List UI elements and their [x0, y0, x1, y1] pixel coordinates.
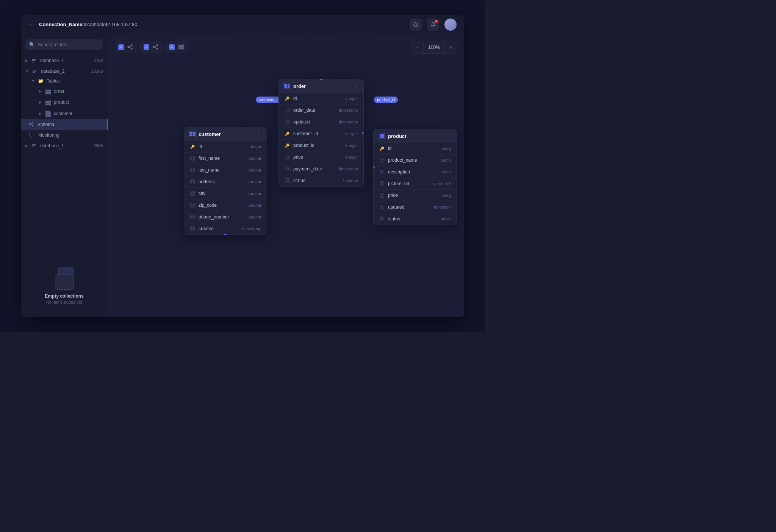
product-card-header: product	[374, 129, 456, 143]
svg-point-16	[156, 48, 158, 49]
customer-table-icon	[45, 110, 51, 117]
db1-second-icon	[31, 143, 37, 149]
sidebar-item-schema[interactable]: Schema	[21, 119, 108, 130]
sidebar-item-database1-second[interactable]: ▶ database_1 98kB	[21, 140, 108, 151]
customer-field-lastname: last_name varchar	[184, 164, 267, 176]
field-icon-status	[284, 178, 290, 184]
toolbar-checkbox-1[interactable]: ✓	[118, 44, 124, 50]
chevron-right-icon: ▶	[25, 59, 28, 62]
monitoring-icon	[29, 133, 34, 138]
field-icon-upd	[284, 119, 290, 125]
empty-subtitle: No items added yet	[28, 300, 100, 304]
toolbar-schema-icon-2[interactable]	[152, 43, 159, 51]
settings-button[interactable]	[410, 19, 422, 31]
toolbar: ✓ ✓	[115, 41, 188, 53]
toolbar-checkbox-3[interactable]: ✓	[169, 44, 175, 50]
order-card-title: order	[293, 83, 350, 89]
order-field-productid: 🔑 product_id integer	[279, 140, 363, 151]
svg-point-11	[131, 48, 132, 49]
customer-field-address: address varchar	[184, 176, 267, 188]
sidebar-tables-folder[interactable]: ▼ 📁 Tables	[21, 76, 108, 86]
product-chevron-icon: ▶	[39, 100, 42, 104]
pk-icon: 🔑	[189, 144, 196, 150]
field-icon	[189, 155, 196, 161]
order-field-price: price integer	[279, 151, 363, 163]
fk-customer-icon: 🔑	[284, 131, 290, 137]
svg-line-5	[30, 124, 32, 125]
database1-size: 37kB	[94, 58, 103, 63]
field-icon-created	[189, 226, 196, 232]
order-field-customerid: 🔑 customer_id integer	[279, 128, 363, 140]
sidebar-item-monitoring[interactable]: Monitoring	[21, 130, 108, 140]
customer-card-header: customer ⋮	[184, 127, 267, 141]
zoom-plus-button[interactable]: +	[445, 41, 457, 53]
connection-dot-bottom	[224, 233, 227, 235]
customer-field-city: city varchar	[184, 188, 267, 200]
toolbar-table-icon[interactable]	[177, 43, 185, 51]
svg-line-18	[154, 47, 157, 48]
svg-point-0	[415, 24, 416, 25]
product-field-status: status boole	[374, 213, 456, 225]
svg-line-12	[129, 46, 131, 47]
order-field-id: 🔑 id integer	[279, 93, 363, 105]
customer-field-phone: phone_number varchar	[184, 211, 267, 223]
empty-image	[49, 265, 80, 290]
database2-size: 103kB	[91, 69, 103, 73]
field-icon-pd	[284, 166, 290, 172]
svg-point-10	[131, 45, 132, 46]
field-icon-pupd	[379, 204, 385, 210]
toolbar-checkbox-2[interactable]: ✓	[144, 44, 149, 50]
header-actions	[410, 19, 457, 31]
database2-name: database_2	[41, 69, 88, 74]
db1-second-chevron-icon: ▶	[25, 144, 28, 148]
order-card-menu[interactable]: ⋮	[353, 83, 358, 89]
field-icon-zip	[189, 202, 196, 208]
sidebar-item-database2[interactable]: ▼ database_2 103kB	[21, 66, 108, 76]
field-icon-ln	[189, 167, 196, 173]
order-field-status: status boolean	[279, 175, 363, 187]
svg-line-17	[154, 46, 157, 47]
field-icon-phone	[189, 214, 196, 220]
customer-card-title: customer	[199, 131, 253, 137]
notification-dot	[435, 20, 438, 23]
folder-chevron-icon: ▼	[31, 79, 35, 83]
toolbar-schema-icon-1[interactable]	[126, 43, 134, 51]
notifications-button[interactable]	[427, 19, 439, 31]
user-avatar[interactable]	[444, 19, 457, 31]
sidebar: 🔍 ▶ database_1 37kB ▼	[21, 34, 108, 317]
product-table-label: product	[54, 100, 69, 105]
customer-field-firstname: first_name varchar	[184, 153, 267, 164]
field-icon-pn	[379, 157, 385, 163]
order-field-updated: updated timestamp	[279, 116, 363, 128]
order-table-icon	[284, 83, 290, 89]
database-icon	[31, 58, 37, 64]
checkmark-icon-3: ✓	[171, 45, 174, 49]
search-input[interactable]	[38, 42, 99, 47]
field-icon-pprice	[379, 192, 385, 198]
sidebar-table-order[interactable]: ▶ order	[21, 86, 108, 97]
empty-collections: Empty collections No items added yet	[21, 257, 108, 312]
product-field-name: product_name varch	[374, 154, 456, 166]
order-pk-icon: 🔑	[284, 95, 290, 101]
header: ← Connection_Name/localhost/92.168.1.67:…	[21, 15, 464, 34]
sidebar-table-customer[interactable]: ▶ customer	[21, 108, 108, 119]
toolbar-group-1: ✓	[115, 41, 137, 53]
customer-card-menu[interactable]: ⋮	[256, 131, 261, 137]
connection-label-product-id: product_id	[374, 97, 398, 103]
order-field-orderdate: order_date timestamp	[279, 105, 363, 116]
canvas: ✓ ✓	[108, 34, 464, 317]
product-table-card: product 🔑 id integ product_name	[373, 129, 457, 225]
zoom-controls: − 100% +	[411, 41, 457, 54]
sidebar-table-product[interactable]: ▶ product	[21, 97, 108, 108]
database2-icon	[32, 68, 38, 74]
product-field-picture: picture_url varchar(8	[374, 178, 456, 190]
empty-title: Empty collections	[28, 293, 100, 299]
customer-table-card: customer ⋮ 🔑 id integer first_na	[184, 127, 267, 235]
zoom-minus-button[interactable]: −	[411, 41, 423, 53]
customer-chevron-icon: ▶	[39, 112, 42, 115]
body: 🔍 ▶ database_1 37kB ▼	[21, 34, 464, 317]
search-box[interactable]: 🔍	[25, 39, 103, 50]
sidebar-item-database1[interactable]: ▶ database_1 37kB	[21, 55, 108, 66]
back-button[interactable]: ←	[28, 21, 34, 28]
toolbar-group-2: ✓	[140, 41, 163, 53]
